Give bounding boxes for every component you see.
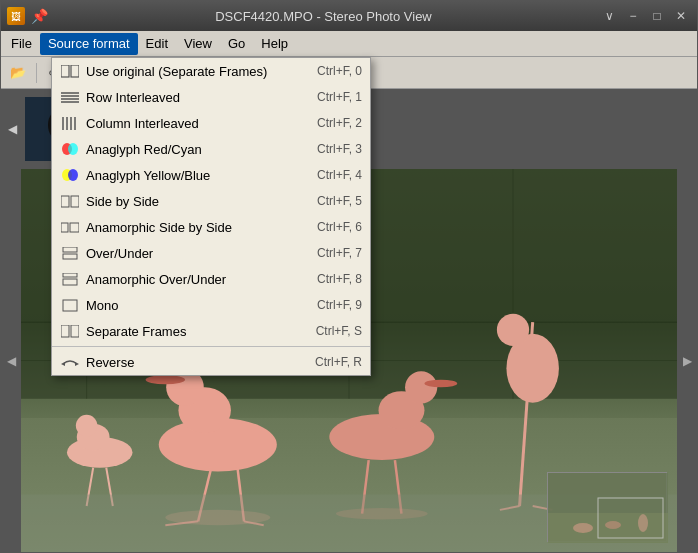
close-button[interactable]: ✕ xyxy=(671,6,691,26)
main-window: 🖼 📌 DSCF4420.MPO - Stereo Photo View ∨ −… xyxy=(0,0,698,553)
menu-item-use-original[interactable]: Use original (Separate Frames) Ctrl+F, 0 xyxy=(52,58,370,84)
svg-point-84 xyxy=(68,169,78,181)
separate-frames-shortcut: Ctrl+F, S xyxy=(316,324,362,338)
mono-shortcut: Ctrl+F, 9 xyxy=(317,298,362,312)
svg-point-63 xyxy=(165,510,270,525)
svg-point-48 xyxy=(405,371,437,403)
mono-icon xyxy=(60,295,80,315)
menu-edit[interactable]: Edit xyxy=(138,33,176,55)
anaglyph-yb-icon xyxy=(60,165,80,185)
menu-item-anaglyph-rc[interactable]: Anaglyph Red/Cyan Ctrl+F, 3 xyxy=(52,136,370,162)
svg-marker-96 xyxy=(61,362,65,366)
over-under-shortcut: Ctrl+F, 7 xyxy=(317,246,362,260)
anaglyph-rc-icon xyxy=(60,139,80,159)
svg-rect-87 xyxy=(61,223,68,232)
menu-separator xyxy=(52,346,370,347)
anaglyph-yb-label: Anaglyph Yellow/Blue xyxy=(86,168,297,183)
anamorphic-ou-label: Anamorphic Over/Under xyxy=(86,272,297,287)
titlebar: 🖼 📌 DSCF4420.MPO - Stereo Photo View ∨ −… xyxy=(1,1,697,31)
anaglyph-rc-label: Anaglyph Red/Cyan xyxy=(86,142,297,157)
minimize-icon: − xyxy=(629,9,636,23)
scroll-left-button[interactable]: ◀ xyxy=(1,169,21,552)
menu-item-column-interleaved[interactable]: Column Interleaved Ctrl+F, 2 xyxy=(52,110,370,136)
app-icon: 🖼 xyxy=(7,7,25,25)
svg-rect-91 xyxy=(63,273,77,277)
toolbar-separator-1 xyxy=(36,63,37,83)
menu-item-reverse[interactable]: Reverse Ctrl+F, R xyxy=(52,349,370,375)
svg-rect-90 xyxy=(63,254,77,259)
column-interleaved-icon xyxy=(60,113,80,133)
separate-frames-icon xyxy=(60,321,80,341)
strip-prev-button[interactable]: ◀ xyxy=(5,93,19,165)
menu-item-mono[interactable]: Mono Ctrl+F, 9 xyxy=(52,292,370,318)
separate-frames-label: Separate Frames xyxy=(86,324,296,339)
reverse-icon xyxy=(60,352,80,372)
menu-item-over-under[interactable]: Over/Under Ctrl+F, 7 xyxy=(52,240,370,266)
scroll-right-button[interactable]: ▶ xyxy=(677,169,697,552)
anamorphic-sbs-label: Anamorphic Side by Side xyxy=(86,220,297,235)
menu-help[interactable]: Help xyxy=(253,33,296,55)
svg-rect-72 xyxy=(71,65,79,77)
row-interleaved-label: Row Interleaved xyxy=(86,90,297,105)
mini-map xyxy=(547,472,667,542)
over-under-label: Over/Under xyxy=(86,246,297,261)
menu-source-format[interactable]: Source format xyxy=(40,33,138,55)
svg-point-41 xyxy=(146,375,185,384)
svg-point-49 xyxy=(424,380,457,388)
anaglyph-rc-shortcut: Ctrl+F, 3 xyxy=(317,142,362,156)
window-title: DSCF4420.MPO - Stereo Photo View xyxy=(48,9,599,24)
svg-rect-71 xyxy=(61,65,69,77)
menu-go[interactable]: Go xyxy=(220,33,253,55)
svg-point-69 xyxy=(638,514,648,532)
sbs-label: Side by Side xyxy=(86,194,297,209)
svg-point-64 xyxy=(336,508,428,519)
reverse-label: Reverse xyxy=(86,355,295,370)
anamorphic-sbs-shortcut: Ctrl+F, 6 xyxy=(317,220,362,234)
menubar: File Source format Edit View Go Help xyxy=(1,31,697,57)
menu-item-separate-frames[interactable]: Separate Frames Ctrl+F, S xyxy=(52,318,370,344)
pin-icon[interactable]: 📌 xyxy=(31,8,48,24)
svg-point-54 xyxy=(497,314,529,346)
window-controls: ∨ − □ ✕ xyxy=(599,6,691,26)
menu-item-anamorphic-ou[interactable]: Anamorphic Over/Under Ctrl+F, 8 xyxy=(52,266,370,292)
svg-rect-93 xyxy=(63,300,77,311)
source-format-menu: Use original (Separate Frames) Ctrl+F, 0… xyxy=(51,57,371,376)
close-icon: ✕ xyxy=(676,9,686,23)
maximize-icon: □ xyxy=(653,9,660,23)
row-interleaved-shortcut: Ctrl+F, 1 xyxy=(317,90,362,104)
column-interleaved-label: Column Interleaved xyxy=(86,116,297,131)
sbs-shortcut: Ctrl+F, 5 xyxy=(317,194,362,208)
menu-item-anaglyph-yb[interactable]: Anaglyph Yellow/Blue Ctrl+F, 4 xyxy=(52,162,370,188)
svg-rect-89 xyxy=(63,247,77,252)
svg-rect-85 xyxy=(61,196,69,207)
menu-item-anamorphic-sbs[interactable]: Anamorphic Side by Side Ctrl+F, 6 xyxy=(52,214,370,240)
minimize-button[interactable]: − xyxy=(623,6,643,26)
over-under-icon xyxy=(60,243,80,263)
svg-rect-88 xyxy=(70,223,79,232)
row-interleaved-icon xyxy=(60,87,80,107)
menu-file[interactable]: File xyxy=(3,33,40,55)
anamorphic-ou-shortcut: Ctrl+F, 8 xyxy=(317,272,362,286)
reverse-shortcut: Ctrl+F, R xyxy=(315,355,362,369)
menu-item-row-interleaved[interactable]: Row Interleaved Ctrl+F, 1 xyxy=(52,84,370,110)
svg-rect-86 xyxy=(71,196,79,207)
svg-rect-92 xyxy=(63,279,77,285)
anaglyph-yb-shortcut: Ctrl+F, 4 xyxy=(317,168,362,182)
open-icon: 📂 xyxy=(10,65,26,80)
svg-point-59 xyxy=(76,415,97,436)
column-interleaved-shortcut: Ctrl+F, 2 xyxy=(317,116,362,130)
anamorphic-ou-icon xyxy=(60,269,80,289)
menu-item-sbs[interactable]: Side by Side Ctrl+F, 5 xyxy=(52,188,370,214)
chevron-button[interactable]: ∨ xyxy=(599,6,619,26)
svg-point-82 xyxy=(68,143,78,155)
open-button[interactable]: 📂 xyxy=(5,60,31,86)
chevron-down-icon: ∨ xyxy=(605,9,614,23)
menu-view[interactable]: View xyxy=(176,33,220,55)
use-original-shortcut: Ctrl+F, 0 xyxy=(317,64,362,78)
svg-point-67 xyxy=(573,523,593,533)
svg-marker-97 xyxy=(75,362,79,366)
svg-point-68 xyxy=(605,521,621,529)
maximize-button[interactable]: □ xyxy=(647,6,667,26)
use-original-label: Use original (Separate Frames) xyxy=(86,64,297,79)
titlebar-left: 🖼 📌 xyxy=(7,7,48,25)
